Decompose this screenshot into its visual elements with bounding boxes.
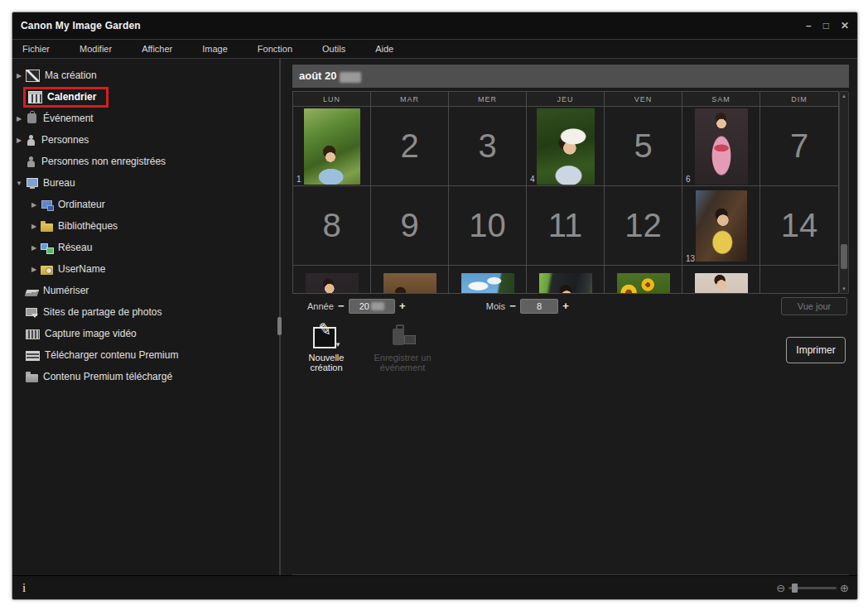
calendar-cell-day-15[interactable]: 15 bbox=[293, 266, 371, 294]
sidebar-item-personnes-non-enregistr-es[interactable]: ▶Personnes non enregistrées bbox=[12, 151, 279, 172]
year-plus-button[interactable]: + bbox=[395, 300, 410, 312]
sidebar-item-bureau[interactable]: ▼Bureau bbox=[12, 172, 279, 194]
calendar-cell-day-1[interactable]: 1 bbox=[293, 107, 371, 186]
sidebar-item-biblioth-ques[interactable]: ▶Bibliothèques bbox=[12, 215, 279, 237]
photo-thumbnail-day-4[interactable] bbox=[537, 108, 595, 185]
tree-expand-icon[interactable]: ▶ bbox=[12, 137, 26, 144]
photo-thumbnail-day-16[interactable] bbox=[383, 273, 436, 294]
day-number-small: 6 bbox=[686, 175, 691, 184]
calendar-cell-day-18[interactable]: 18 bbox=[527, 266, 605, 294]
calendar-cell-day-4[interactable]: 4 bbox=[527, 107, 605, 186]
menu-fichier[interactable]: Fichier bbox=[19, 42, 53, 55]
zoom-slider[interactable] bbox=[788, 587, 837, 589]
sidebar-item-ma-cr-ation[interactable]: ▶Ma création bbox=[12, 65, 279, 86]
calendar-cell-day-20[interactable]: 20 bbox=[682, 266, 760, 294]
calendar-cell-day-10[interactable]: 10 bbox=[449, 186, 527, 266]
folder-icon bbox=[41, 223, 53, 232]
zoom-slider-thumb[interactable] bbox=[792, 584, 798, 593]
month-minus-button[interactable]: − bbox=[505, 300, 520, 312]
photo-thumbnail-day-18[interactable] bbox=[539, 273, 592, 294]
year-value-box[interactable]: 20 bbox=[349, 299, 395, 314]
save-event-button[interactable]: Enregistrer un événement bbox=[367, 324, 438, 372]
new-creation-label: Nouvelle création bbox=[299, 353, 354, 372]
tree-expand-icon[interactable]: ▶ bbox=[27, 201, 41, 209]
person-small-icon bbox=[26, 156, 36, 167]
tree-expand-icon[interactable]: ▶ bbox=[27, 266, 41, 273]
maximize-button[interactable]: □ bbox=[823, 21, 829, 31]
calendar-cell-day-19[interactable]: 19 bbox=[605, 266, 682, 294]
calendar-cell-day-11[interactable]: 11 bbox=[527, 186, 605, 266]
menu-outils[interactable]: Outils bbox=[319, 42, 349, 55]
minimize-button[interactable]: – bbox=[806, 21, 812, 31]
network-icon bbox=[41, 243, 53, 253]
month-title: août 20 bbox=[292, 70, 361, 82]
menu-aide[interactable]: Aide bbox=[372, 42, 397, 55]
calendar-cell-day-8[interactable]: 8 bbox=[293, 186, 371, 266]
year-minus-button[interactable]: − bbox=[334, 300, 349, 312]
month-value-box[interactable]: 8 bbox=[520, 299, 558, 314]
day-number: 10 bbox=[449, 186, 526, 265]
sidebar-item-label: Bureau bbox=[43, 177, 75, 189]
sidebar-item-r-seau[interactable]: ▶Réseau bbox=[12, 237, 279, 258]
calendar-view: août 20 LUNMARMERJEUVENSAMDIM12345678910… bbox=[281, 59, 857, 575]
sidebar-item-t-l-charger-contenu-premium[interactable]: ▶Télécharger contenu Premium bbox=[12, 344, 279, 366]
scrollbar-thumb[interactable] bbox=[841, 244, 847, 269]
sidebar-item-label: Personnes bbox=[41, 134, 89, 146]
sidebar-item--v-nement[interactable]: ▶Événement bbox=[12, 108, 279, 129]
tree-expand-icon[interactable]: ▶ bbox=[27, 244, 41, 252]
calendar-grid: LUNMARMERJEUVENSAMDIM1234567891011121314… bbox=[292, 91, 839, 294]
tree-expand-icon[interactable]: ▶ bbox=[12, 72, 26, 79]
photo-thumbnail-day-20[interactable] bbox=[695, 273, 748, 294]
new-creation-button[interactable]: ✎▼ Nouvelle création bbox=[297, 324, 355, 372]
tree-expand-icon[interactable]: ▶ bbox=[12, 115, 26, 122]
month-plus-button[interactable]: + bbox=[558, 300, 573, 312]
splitter-handle[interactable] bbox=[277, 317, 282, 335]
sidebar-item-capture-image-vid-o[interactable]: ▶Capture image vidéo bbox=[12, 323, 279, 344]
menu-afficher[interactable]: Afficher bbox=[138, 42, 176, 55]
info-icon[interactable]: i bbox=[22, 581, 26, 595]
sidebar-item-num-riser[interactable]: ▶Numériser bbox=[12, 280, 279, 301]
photo-thumbnail-day-15[interactable] bbox=[306, 273, 359, 294]
menu-modifier[interactable]: Modifier bbox=[76, 42, 115, 55]
sidebar-item-calendrier[interactable]: ▶Calendrier bbox=[12, 86, 279, 108]
photo-thumbnail-day-6[interactable] bbox=[695, 108, 748, 185]
calendar-cell-day-13[interactable]: 13 bbox=[682, 186, 760, 266]
calendar-cell-day-14[interactable]: 14 bbox=[760, 186, 838, 266]
sidebar-item-contenu-premium-t-l-charg-[interactable]: ▶Contenu Premium téléchargé bbox=[12, 366, 279, 387]
menu-image[interactable]: Image bbox=[199, 42, 231, 55]
menu-fonction[interactable]: Fonction bbox=[254, 42, 296, 55]
calendar-cell-day-12[interactable]: 12 bbox=[605, 186, 682, 266]
tree-collapse-icon[interactable]: ▼ bbox=[12, 180, 26, 187]
scroll-up-arrow[interactable]: ▲ bbox=[840, 92, 848, 100]
sidebar-item-sites-de-partage-de-photos[interactable]: ▶Sites de partage de photos bbox=[12, 301, 279, 323]
calendar-cell-day-5[interactable]: 5 bbox=[605, 107, 682, 186]
calendar-cell-day-17[interactable]: 17 bbox=[449, 266, 527, 294]
day-view-button[interactable]: Vue jour bbox=[781, 297, 847, 315]
calendar-cell-day-9[interactable]: 9 bbox=[371, 186, 449, 266]
calendar-cell-day-2[interactable]: 2 bbox=[371, 107, 449, 186]
calendar-cell-day-16[interactable]: 16 bbox=[371, 266, 449, 294]
event-icon bbox=[27, 113, 36, 123]
scroll-down-arrow[interactable]: ▼ bbox=[840, 285, 848, 293]
print-button[interactable]: Imprimer bbox=[786, 337, 846, 363]
calendar-cell-day-3[interactable]: 3 bbox=[449, 107, 527, 186]
calendar-cell-day-7[interactable]: 7 bbox=[760, 107, 838, 186]
close-button[interactable]: ✕ bbox=[841, 21, 849, 31]
app-window: Canon My Image Garden – □ ✕ FichierModif… bbox=[12, 12, 858, 600]
photo-thumbnail-day-17[interactable] bbox=[461, 273, 514, 294]
zoom-in-icon[interactable]: ⊕ bbox=[840, 583, 849, 593]
vertical-scrollbar[interactable]: ▲ ▼ bbox=[839, 91, 849, 294]
tree-expand-icon[interactable]: ▶ bbox=[27, 223, 41, 230]
calendar-cell-day-21[interactable]: 21 bbox=[760, 266, 838, 294]
photo-thumbnail-day-1[interactable] bbox=[304, 108, 360, 185]
photo-thumbnail-day-19[interactable] bbox=[617, 273, 670, 294]
sidebar-splitter[interactable] bbox=[279, 59, 281, 575]
sidebar-item-username[interactable]: ▶UserName bbox=[12, 258, 279, 280]
sidebar-item-personnes[interactable]: ▶Personnes bbox=[12, 129, 279, 151]
sidebar-item-ordinateur[interactable]: ▶Ordinateur bbox=[12, 194, 279, 215]
photo-thumbnail-day-13[interactable] bbox=[696, 190, 747, 262]
zoom-out-icon[interactable]: ⊖ bbox=[776, 583, 785, 593]
calendar-cell-day-6[interactable]: 6 bbox=[682, 107, 760, 186]
red-highlight-annotation: Calendrier bbox=[23, 87, 108, 108]
day-header-lun: LUN bbox=[293, 92, 371, 107]
